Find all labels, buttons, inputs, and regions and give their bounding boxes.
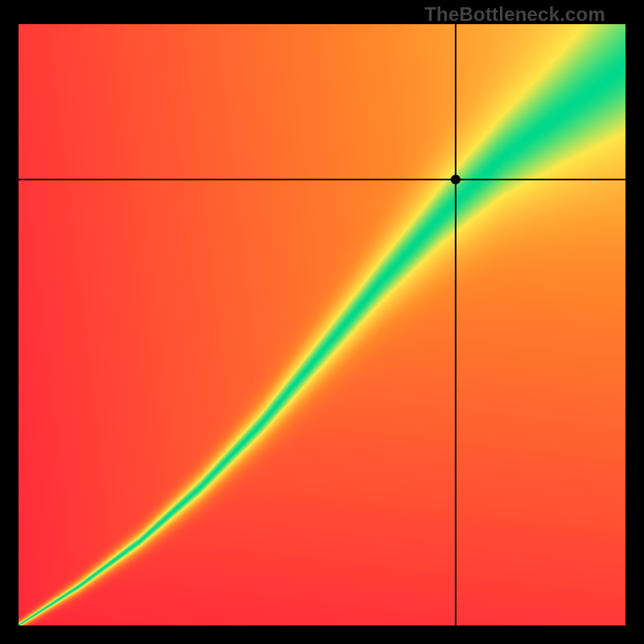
plot-area <box>19 24 625 625</box>
crosshair-horizontal <box>19 179 625 180</box>
watermark-text: TheBottleneck.com <box>424 3 605 26</box>
bottleneck-heatmap <box>19 24 625 625</box>
selected-point-dot <box>451 175 460 184</box>
chart-frame: TheBottleneck.com <box>0 0 644 644</box>
crosshair-vertical <box>455 24 456 625</box>
